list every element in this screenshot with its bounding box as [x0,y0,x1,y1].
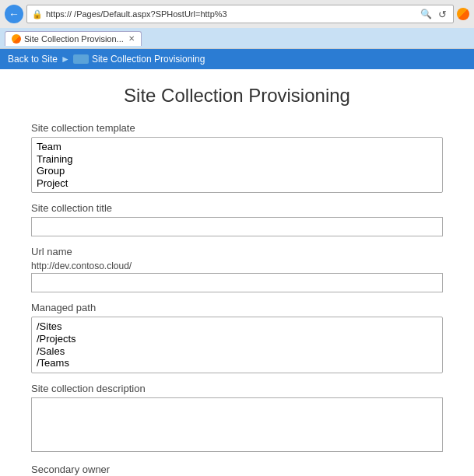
nav-breadcrumb: Site Collection Provisioning [92,54,205,65]
browser-chrome: ← 🔒 https:// /Pages/Default.aspx?SPHostU… [0,0,474,49]
active-tab[interactable]: Site Collection Provision... ✕ [5,31,142,46]
template-option-training[interactable]: Training [37,153,437,166]
page-content: Site Collection Provisioning Site collec… [0,69,474,476]
template-listbox[interactable]: Team Training Group Project [31,137,443,193]
page-title: Site Collection Provisioning [31,85,443,107]
description-label: Site collection description [31,383,443,394]
managed-path-label: Managed path [31,302,443,313]
back-icon: ← [9,8,19,20]
title-group: Site collection title [31,202,443,236]
template-label: Site collection template [31,122,443,134]
template-option-project[interactable]: Project [37,177,437,190]
title-label: Site collection title [31,202,443,214]
title-input[interactable] [31,217,443,236]
tab-favicon [12,34,21,44]
browser-toolbar: ← 🔒 https:// /Pages/Default.aspx?SPHostU… [0,0,474,28]
template-group: Site collection template Team Training G… [31,122,443,193]
url-label: Url name [31,246,443,257]
template-option-team[interactable]: Team [37,141,437,153]
tab-title: Site Collection Provision... [24,34,124,44]
description-textarea[interactable] [31,397,443,452]
nav-icon-placeholder [73,54,89,64]
url-group: Url name http://dev.contoso.cloud/ [31,246,443,292]
tab-bar: Site Collection Provision... ✕ [0,28,474,48]
address-text: https:// /Pages/Default.aspx?SPHostUrl=h… [46,9,416,19]
path-option-sites[interactable]: /Sites [37,320,437,333]
url-prefix: http://dev.contoso.cloud/ [31,261,443,271]
back-button[interactable]: ← [5,5,23,23]
secondary-owner-label: Secondary owner [31,464,443,475]
back-to-site-link[interactable]: Back to Site [8,54,58,65]
managed-path-listbox[interactable]: /Sites /Projects /Sales /Teams [31,317,443,373]
url-input[interactable] [31,273,443,292]
ie-favicon [457,8,469,20]
managed-path-group: Managed path /Sites /Projects /Sales /Te… [31,302,443,373]
nav-bar: Back to Site ► Site Collection Provision… [0,49,474,69]
search-button[interactable]: 🔍 [419,9,434,19]
secondary-owner-group: Secondary owner [31,464,443,476]
template-option-group[interactable]: Group [37,165,437,177]
description-group: Site collection description [31,383,443,454]
path-option-teams[interactable]: /Teams [37,357,437,369]
path-option-projects[interactable]: /Projects [37,333,437,345]
secure-icon: 🔒 [32,9,43,19]
address-bar[interactable]: 🔒 https:// /Pages/Default.aspx?SPHostUrl… [26,5,454,23]
refresh-button[interactable]: ↺ [437,9,448,20]
tab-close-button[interactable]: ✕ [128,34,135,43]
path-option-sales[interactable]: /Sales [37,345,437,358]
nav-separator: ► [61,54,70,65]
